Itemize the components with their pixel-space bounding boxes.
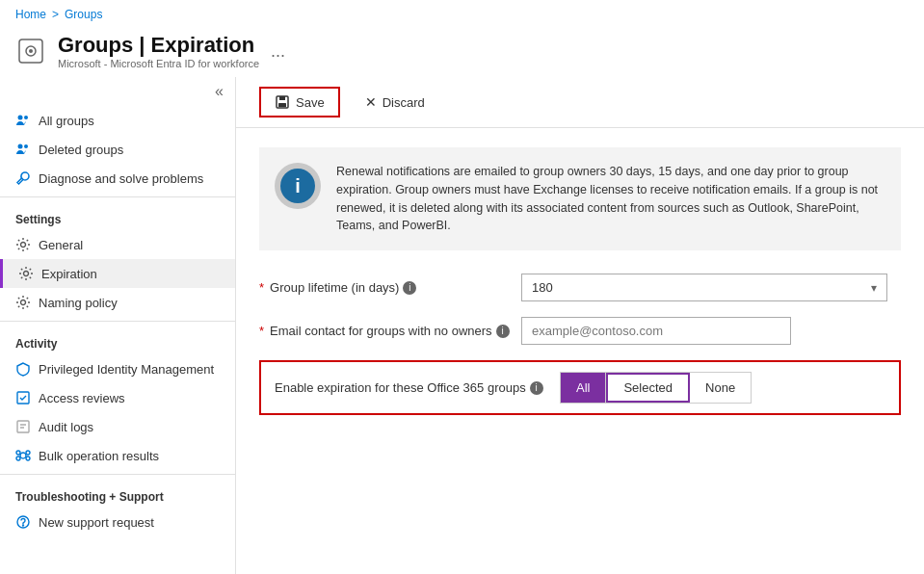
svg-point-12 — [20, 453, 26, 458]
sidebar-item-expiration[interactable]: Expiration — [0, 259, 235, 288]
header-ellipsis-button[interactable]: ... — [271, 41, 285, 62]
sidebar-item-audit-logs[interactable]: Audit logs — [0, 412, 235, 441]
save-icon — [275, 94, 290, 110]
toggle-selected-button[interactable]: Selected — [606, 373, 690, 403]
sidebar-label-diagnose: Diagnose and solve problems — [39, 171, 203, 186]
support-icon — [15, 514, 31, 530]
email-row: * Email contact for groups with no owner… — [259, 317, 901, 345]
sidebar-label-access-reviews: Access reviews — [39, 391, 125, 405]
review-icon — [15, 390, 31, 405]
bulk-icon — [15, 448, 31, 463]
lifetime-value: 180 — [532, 280, 553, 295]
collapse-icon: « — [215, 83, 224, 100]
content-body: i Renewal notifications are emailed to g… — [236, 128, 924, 450]
activity-section-title: Activity — [0, 326, 235, 354]
sidebar-item-diagnose[interactable]: Diagnose and solve problems — [0, 164, 235, 193]
troubleshoot-section-title: Troubleshooting + Support — [0, 479, 235, 508]
svg-point-3 — [18, 116, 23, 120]
breadcrumb-separator: > — [52, 8, 59, 21]
sidebar-label-deleted-groups: Deleted groups — [39, 143, 123, 157]
sidebar-item-general[interactable]: General — [0, 230, 235, 259]
gear-icon-naming — [15, 295, 31, 310]
sidebar-item-bulk-ops[interactable]: Bulk operation results — [0, 441, 235, 470]
page-title: Groups | Expiration — [58, 33, 259, 58]
shield-icon — [15, 361, 31, 377]
sidebar-item-access-reviews[interactable]: Access reviews — [0, 383, 235, 412]
sidebar-item-naming-policy[interactable]: Naming policy — [0, 288, 235, 317]
deleted-groups-icon — [15, 142, 31, 157]
sidebar-label-naming-policy: Naming policy — [39, 296, 118, 310]
gear-icon-general — [15, 237, 31, 252]
svg-point-9 — [21, 300, 26, 305]
email-label: * Email contact for groups with no owner… — [259, 324, 510, 338]
svg-point-2 — [29, 49, 33, 53]
email-label-text: Email contact for groups with no owners — [270, 324, 492, 338]
breadcrumb-home[interactable]: Home — [15, 8, 46, 21]
toolbar: Save ✕ Discard — [236, 77, 924, 128]
svg-point-4 — [24, 116, 28, 119]
lifetime-select[interactable]: 180 ▾ — [521, 274, 887, 301]
expiration-toggle-row: Enable expiration for these Office 365 g… — [259, 360, 901, 415]
required-star-lifetime: * — [259, 280, 264, 295]
svg-point-16 — [26, 457, 30, 460]
expiration-info-tip[interactable]: i — [530, 381, 543, 395]
save-button[interactable]: Save — [259, 87, 340, 117]
page-header-icon — [15, 36, 46, 66]
settings-section-title: Settings — [0, 201, 235, 230]
wrench-icon — [15, 170, 31, 186]
sidebar-item-deleted-groups[interactable]: Deleted groups — [0, 135, 235, 164]
svg-point-6 — [24, 144, 28, 148]
sidebar-item-new-support[interactable]: New support request — [0, 508, 235, 536]
sidebar-item-all-groups[interactable]: All groups — [0, 106, 235, 135]
page-subtitle: Microsoft - Microsoft Entra ID for workf… — [58, 58, 259, 69]
svg-point-14 — [26, 451, 30, 455]
toggle-buttons: All Selected None — [560, 372, 752, 404]
lifetime-row: * Group lifetime (in days) i 180 ▾ — [259, 274, 901, 301]
sidebar-label-pim: Privileged Identity Management — [39, 362, 214, 377]
email-info-tip[interactable]: i — [496, 325, 510, 338]
required-star-email: * — [259, 324, 264, 338]
nav-divider-settings — [0, 196, 235, 197]
page-header-text: Groups | Expiration Microsoft - Microsof… — [58, 33, 259, 69]
sidebar-label-all-groups: All groups — [39, 114, 94, 128]
svg-point-15 — [16, 457, 20, 460]
info-box: i Renewal notifications are emailed to g… — [259, 147, 901, 250]
svg-point-7 — [21, 243, 26, 248]
svg-point-5 — [18, 144, 23, 149]
people-icon — [15, 113, 31, 128]
chevron-down-icon: ▾ — [871, 281, 877, 295]
toggle-all-button[interactable]: All — [561, 373, 606, 403]
breadcrumb-current: Groups — [65, 8, 102, 21]
save-label: Save — [296, 95, 325, 110]
gear-icon-expiration — [18, 266, 34, 281]
sidebar: « All groups Deleted groups Diagnose and… — [0, 77, 236, 574]
svg-point-8 — [24, 272, 29, 276]
discard-x-icon: ✕ — [365, 94, 377, 110]
svg-rect-21 — [278, 103, 286, 107]
sidebar-label-bulk-ops: Bulk operation results — [39, 449, 159, 463]
lifetime-label: * Group lifetime (in days) i — [259, 280, 510, 295]
info-icon-wrap: i — [275, 163, 321, 209]
sidebar-item-pim[interactable]: Privileged Identity Management — [0, 354, 235, 383]
toggle-none-button[interactable]: None — [690, 373, 751, 403]
email-input[interactable] — [521, 317, 791, 345]
discard-button[interactable]: ✕ Discard — [352, 89, 438, 116]
discard-label: Discard — [383, 95, 425, 110]
sidebar-label-expiration: Expiration — [41, 267, 97, 281]
lifetime-info-tip[interactable]: i — [403, 281, 416, 295]
sidebar-label-general: General — [39, 238, 83, 252]
page-header: Groups | Expiration Microsoft - Microsof… — [0, 29, 924, 77]
audit-icon — [15, 419, 31, 434]
lifetime-label-text: Group lifetime (in days) — [270, 280, 399, 295]
info-text: Renewal notifications are emailed to gro… — [336, 163, 885, 235]
info-icon: i — [280, 169, 315, 203]
svg-rect-10 — [17, 392, 29, 404]
expiration-toggle-label: Enable expiration for these Office 365 g… — [275, 380, 544, 395]
sidebar-label-audit-logs: Audit logs — [39, 420, 93, 434]
content-area: Save ✕ Discard i Renewal notifications a… — [236, 77, 924, 574]
svg-rect-11 — [17, 421, 29, 432]
collapse-button[interactable]: « — [0, 77, 235, 106]
svg-point-18 — [23, 525, 24, 526]
svg-point-13 — [16, 451, 20, 455]
expiration-label-text: Enable expiration for these Office 365 g… — [275, 380, 526, 395]
